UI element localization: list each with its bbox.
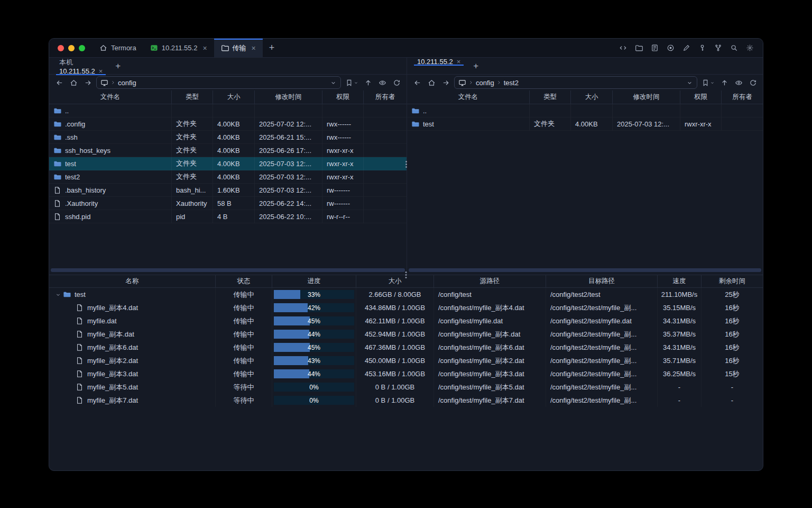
transfer-row[interactable]: myfile_副本3.dat传输中44%453.16MB / 1.00GB/co… [49,367,763,380]
bookmark-button[interactable] [344,77,359,88]
horizontal-scrollbar[interactable] [409,268,761,272]
file-owner [364,210,407,223]
file-row[interactable]: test文件夹4.00KB2025-07-03 12:...rwxr-xr-x [49,157,407,170]
close-tab-icon[interactable]: × [99,67,103,75]
folder-o-icon [635,44,643,52]
column-header[interactable]: 大小 [571,90,613,104]
path-segment[interactable]: config [118,79,136,87]
file-row[interactable]: test文件夹4.00KB2025-07-03 12:...rwxr-xr-x [407,117,763,131]
path-breadcrumb[interactable]: configtest2 [454,76,697,89]
record-button[interactable] [664,41,677,55]
transfer-speed: 35.37MB/s [658,328,702,341]
transfer-row[interactable]: myfile_副本6.dat传输中45%467.36MB / 1.00GB/co… [49,341,763,354]
column-header[interactable]: 所有者 [364,90,407,104]
branch-button[interactable] [712,41,725,55]
panel-tab-10.211.55.2[interactable]: 10.211.55.2× [52,67,109,75]
home-icon [70,79,78,87]
file-row[interactable]: .XauthorityXauthority58 B2025-06-22 14:.… [49,197,407,210]
window-tab-Termora[interactable]: Termora [93,39,143,57]
window-tab-传输[interactable]: 传输× [214,39,263,57]
log-button[interactable] [648,41,661,55]
column-header[interactable]: 剩余时间 [702,275,763,287]
parent-directory-button[interactable] [362,77,374,88]
column-header[interactable]: 源路径 [434,275,546,287]
bookmark-button[interactable] [700,77,716,88]
column-header[interactable]: 类型 [172,90,213,104]
close-tab-icon[interactable]: × [202,44,207,52]
refresh-button[interactable] [747,77,759,88]
transfer-splitter-grip[interactable] [405,271,407,278]
column-header[interactable]: 进度 [272,275,356,287]
column-header[interactable]: 文件名 [49,90,172,104]
close-tab-icon[interactable]: × [252,44,256,52]
transfer-row[interactable]: test传输中33%2.66GB / 8.00GB/config/test/co… [49,288,763,301]
column-header[interactable]: 修改时间 [613,90,680,104]
transfer-row[interactable]: myfile_副本2.dat传输中43%450.00MB / 1.00GB/co… [49,354,763,367]
file-row[interactable]: .bash_historybash_hi...1.60KB2025-07-03 … [49,184,407,197]
file-table-header: 文件名类型大小修改时间权限所有者 [49,90,407,104]
file-row[interactable]: ssh_host_keys文件夹4.00KB2025-06-26 17:...r… [49,144,407,157]
column-header[interactable]: 文件名 [407,90,530,104]
progress-percent: 44% [274,330,354,339]
home-button[interactable] [68,77,79,88]
show-hidden-files-button[interactable] [376,77,388,88]
show-hidden-files-button[interactable] [733,77,744,88]
forward-button[interactable] [440,77,451,88]
forward-button[interactable] [82,77,94,88]
transfer-row[interactable]: myfile_副本4.dat传输中42%434.86MB / 1.00GB/co… [49,301,763,314]
home-button[interactable] [426,77,437,88]
back-button[interactable] [411,77,423,88]
back-button[interactable] [53,77,65,88]
column-header[interactable]: 状态 [216,275,272,287]
close-tab-icon[interactable]: × [457,58,461,66]
path-segment[interactable]: test2 [504,79,519,87]
transfer-row[interactable]: myfile_副本5.dat等待中0%0 B / 1.00GB/config/t… [49,380,763,394]
column-header[interactable]: 目标路径 [546,275,658,287]
column-header[interactable]: 名称 [49,275,216,287]
column-header[interactable]: 速度 [658,275,702,287]
transfer-row[interactable]: myfile_副本7.dat等待中0%0 B / 1.00GB/config/t… [49,394,763,407]
file-table: 文件名类型大小修改时间权限所有者 ..test文件夹4.00KB2025-07-… [407,90,763,275]
file-row[interactable]: .. [49,104,407,117]
path-dropdown-chevron-icon[interactable] [330,79,337,86]
panel-tab-10.211.55.2[interactable]: 10.211.55.2× [410,58,467,66]
column-header[interactable]: 权限 [680,90,722,104]
file-row[interactable]: .. [407,104,763,117]
column-header[interactable]: 大小 [213,90,255,104]
file-row[interactable]: sshd.pidpid4 B2025-06-22 10:...rw-r--r-- [49,210,407,223]
code-button[interactable] [616,41,630,55]
refresh-button[interactable] [391,77,402,88]
file-icon [76,343,84,351]
close-window-button[interactable] [58,45,64,51]
path-breadcrumb[interactable]: config [96,76,341,89]
column-header[interactable]: 修改时间 [255,90,322,104]
search-button[interactable] [727,41,741,55]
file-row[interactable]: test2文件夹4.00KB2025-07-03 12:...rwxr-xr-x [49,170,407,184]
column-header[interactable]: 权限 [322,90,364,104]
path-segment[interactable]: config [476,79,494,87]
new-window-tab-button[interactable]: + [263,39,281,57]
parent-directory-button[interactable] [718,77,730,88]
transfer-size: 434.86MB / 1.00GB [356,301,434,314]
window-tab-10.211.55.2[interactable]: 10.211.55.2× [143,39,214,57]
column-header[interactable]: 所有者 [722,90,763,104]
zoom-window-button[interactable] [79,45,85,51]
horizontal-scrollbar[interactable] [51,268,405,272]
minimize-window-button[interactable] [68,45,75,51]
settings-button[interactable] [743,41,756,55]
folder-o-button[interactable] [632,41,645,55]
collapse-chevron-icon[interactable] [53,292,63,298]
new-panel-tab-button[interactable]: + [467,58,484,74]
key-button[interactable] [696,41,709,55]
column-header[interactable]: 大小 [356,275,434,287]
transfer-row[interactable]: myfile.dat传输中45%462.11MB / 1.00GB/config… [49,314,763,328]
column-header[interactable]: 类型 [530,90,571,104]
path-dropdown-chevron-icon[interactable] [686,79,693,86]
edit-button[interactable] [680,41,693,55]
new-panel-tab-button[interactable]: + [109,58,126,74]
file-row[interactable]: .config文件夹4.00KB2025-07-02 12:...rwx----… [49,117,407,131]
target-path: /config/test2/test/myfile_副... [546,380,658,394]
file-row[interactable]: .ssh文件夹4.00KB2025-06-21 15:...rwx------ [49,131,407,144]
panel-tab-本机[interactable]: 本机 [52,58,109,67]
transfer-row[interactable]: myfile_副本.dat传输中44%452.94MB / 1.00GB/con… [49,328,763,341]
